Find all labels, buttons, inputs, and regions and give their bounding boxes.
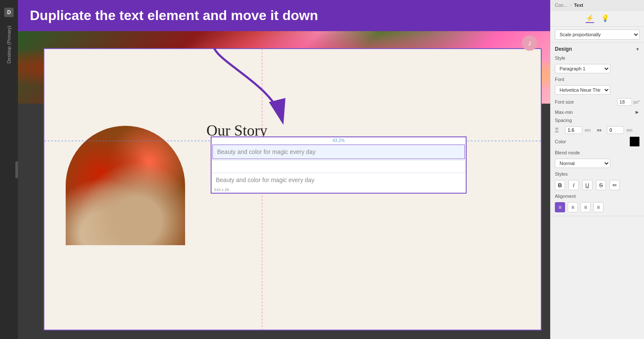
instruction-banner: Duplicate the text element and move it d… <box>18 0 550 31</box>
maxmin-row: Max-min ► <box>555 109 640 115</box>
styles-header-row: Styles <box>555 171 640 177</box>
percentage-label: 43.2% <box>212 137 466 144</box>
flower-image <box>66 126 185 245</box>
breadcrumb-sep-1: › <box>570 3 571 8</box>
align-left-button[interactable]: ≡ <box>555 202 565 212</box>
font-size-unit: px* <box>634 100 640 104</box>
design-section-header: Design ▼ <box>555 46 640 52</box>
letter-spacing-input[interactable] <box>607 126 624 134</box>
underline-button[interactable]: U <box>582 180 592 190</box>
color-label: Color <box>555 139 566 144</box>
panel-icons-row: ⚡ 💡 <box>551 11 644 27</box>
breadcrumb-text: Text <box>574 3 583 8</box>
font-row: Font <box>555 77 640 82</box>
main-area: Duplicate the text element and move it d… <box>18 0 550 339</box>
font-size-input[interactable] <box>617 98 632 106</box>
blend-mode-label-row: Blend mode <box>555 150 640 155</box>
text-line-2[interactable]: Beauty and color for magic every day <box>212 173 466 187</box>
font-size-inputs: px* <box>617 98 640 106</box>
font-size-label: Font size <box>555 99 574 104</box>
line-height-unit: em <box>585 128 591 133</box>
text-elements-container[interactable]: 43.2% Beauty and color for magic every d… <box>211 136 467 194</box>
lightbulb-icon[interactable]: 💡 <box>601 14 609 23</box>
blend-mode-select[interactable]: Normal <box>555 159 610 168</box>
font-size-row: Font size px* <box>555 98 640 106</box>
letter-spacing-unit: em <box>627 128 632 133</box>
blend-mode-label: Blend mode <box>555 150 580 155</box>
maxmin-label: Max-min <box>555 110 573 115</box>
font-label: Font <box>555 77 564 82</box>
styles-label: Styles <box>555 171 568 177</box>
line-height-row: Ξ em ⇔ em <box>555 126 640 134</box>
style-row: Style <box>555 55 640 61</box>
scale-row: Scale proportionally <box>551 27 644 43</box>
lightning-icon[interactable]: ⚡ <box>586 14 594 23</box>
design-arrow[interactable]: ▼ <box>635 47 640 52</box>
spacing-label: Spacing <box>555 118 572 123</box>
spacing-header-row: Spacing <box>555 118 640 123</box>
blend-mode-select-row: Normal <box>555 159 640 168</box>
bold-button[interactable]: B <box>555 180 565 190</box>
instruction-text: Duplicate the text element and move it d… <box>30 8 318 23</box>
alignment-header-row: Alignment <box>555 194 640 199</box>
line-height-icon: Ξ <box>555 127 563 133</box>
scale-select[interactable]: Scale proportionally <box>555 29 640 40</box>
style-select[interactable]: Paragraph 1 <box>555 64 610 73</box>
sidebar-label: Desktop (Primary) <box>6 26 12 64</box>
canvas-content[interactable]: Our Story 43.2% Beauty and color for mag… <box>44 48 542 330</box>
text-line-1[interactable]: Beauty and color for magic every day <box>212 145 465 159</box>
align-justify-button[interactable]: ≡ <box>593 202 603 212</box>
right-panel: Con... › Text ⚡ 💡 Scale proportionally D… <box>550 0 644 339</box>
font-select[interactable]: Helvetica Neue Thin <box>555 85 610 95</box>
align-right-button[interactable]: ≡ <box>580 202 591 212</box>
style-select-row: Paragraph 1 <box>555 64 640 73</box>
design-section: Design ▼ Style Paragraph 1 Font Helvetic… <box>551 43 644 216</box>
strikethrough-button[interactable]: S <box>596 180 606 190</box>
letter-spacing-icon: ⇔ <box>597 127 604 133</box>
alignment-label: Alignment <box>555 194 576 199</box>
maxmin-arrow[interactable]: ► <box>635 109 640 115</box>
design-title: Design <box>555 46 572 52</box>
panel-header: Con... › Text <box>551 0 644 11</box>
edit-button[interactable]: ✏ <box>609 180 620 190</box>
left-sidebar: D Desktop (Primary) <box>0 0 18 339</box>
alignment-buttons-row: ≡ ≡ ≡ ≡ <box>555 202 640 212</box>
circle-image <box>66 126 185 245</box>
italic-button[interactable]: I <box>569 180 579 190</box>
style-label: Style <box>555 55 565 61</box>
breadcrumb-con: Con... <box>555 3 567 8</box>
music-icon: ♪ <box>522 35 537 51</box>
styles-buttons-row: B I U S ✏ <box>555 180 640 190</box>
align-center-button[interactable]: ≡ <box>568 202 578 212</box>
desktop-icon: D <box>4 8 14 17</box>
dimension-label: 510 x 29 <box>212 187 466 193</box>
color-row: Color <box>555 136 640 147</box>
color-swatch[interactable] <box>629 136 640 147</box>
font-select-row: Helvetica Neue Thin <box>555 85 640 95</box>
line-height-input[interactable] <box>565 126 582 134</box>
canvas-area[interactable]: ♪ Our Story 43.2% Beauty and color for m… <box>18 31 550 339</box>
